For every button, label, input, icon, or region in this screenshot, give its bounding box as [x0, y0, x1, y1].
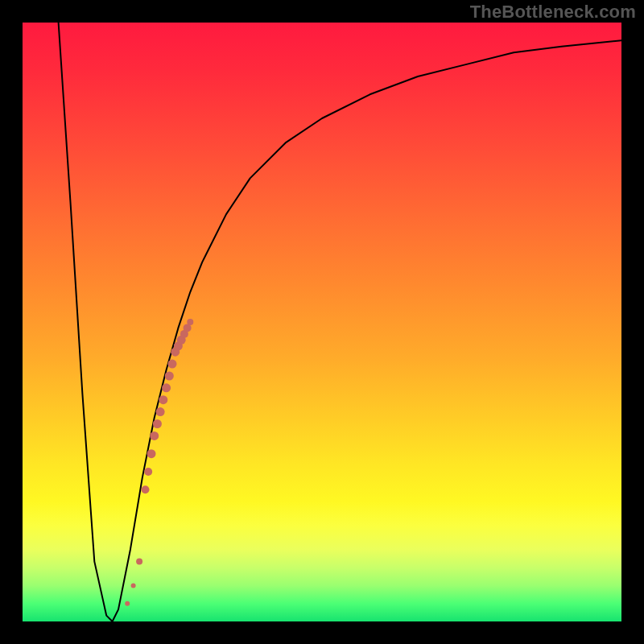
highlight-point [162, 383, 171, 392]
highlight-point [131, 583, 136, 588]
bottleneck-curve [59, 23, 621, 621]
highlight-point [168, 360, 177, 369]
plot-area [23, 23, 621, 621]
highlight-point [136, 559, 142, 565]
chart-frame: TheBottleneck.com [0, 0, 644, 644]
highlight-point [150, 431, 159, 440]
highlight-point [144, 468, 152, 476]
highlight-points [125, 319, 193, 606]
highlight-point [142, 485, 150, 493]
highlight-point [165, 372, 174, 381]
highlight-point [159, 395, 167, 404]
highlight-point [187, 319, 193, 325]
highlight-point [153, 419, 162, 428]
highlight-point [125, 601, 130, 606]
highlight-point [147, 449, 156, 458]
watermark-text: TheBottleneck.com [470, 2, 636, 23]
chart-svg [23, 23, 621, 621]
highlight-point [156, 407, 165, 416]
